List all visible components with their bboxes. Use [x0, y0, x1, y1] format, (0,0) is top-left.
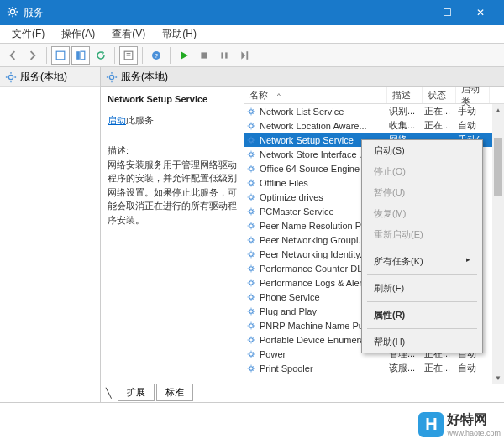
context-menu-item[interactable]: 启动(S) [362, 140, 482, 161]
svg-point-0 [10, 9, 14, 13]
svg-point-15 [249, 109, 254, 113]
cell-startup: 自动 [456, 362, 490, 374]
col-startup[interactable]: 启动类 [456, 87, 490, 103]
gear-icon [244, 221, 258, 231]
svg-point-25 [249, 252, 254, 256]
window-titlebar: 服务 ─ ☐ ✕ [0, 0, 504, 25]
cell-status: 正在... [423, 362, 456, 374]
bottom-tabs: ╲ 扩展 标准 [101, 384, 504, 402]
watermark-url: www.haote.com [447, 429, 501, 437]
col-name[interactable]: 名称^ [244, 87, 387, 103]
cell-startup: 手动 [456, 105, 490, 118]
description-text: 网络安装服务用于管理网络驱动程序的安装，并允许配置低级别网络设置。如果停止此服务… [108, 158, 237, 227]
menu-help[interactable]: 帮助(H) [154, 25, 205, 43]
maximize-button[interactable]: ☐ [430, 0, 464, 25]
pause-service-button[interactable] [215, 46, 234, 65]
menu-action[interactable]: 操作(A) [53, 25, 103, 43]
cell-desc: 收集... [387, 119, 423, 132]
gear-icon [244, 278, 258, 288]
context-menu-item: 暂停(U) [362, 182, 482, 203]
left-header-label: 服务(本地) [20, 70, 67, 84]
description-label: 描述: [108, 144, 237, 158]
start-service-link[interactable]: 启动 [108, 115, 126, 125]
menu-separator [367, 274, 477, 275]
tab-standard[interactable]: 标准 [156, 384, 193, 401]
gear-icon [5, 71, 17, 83]
service-row[interactable]: Network List Service识别...正在...手动 [244, 104, 504, 118]
gear-icon [244, 321, 258, 331]
help-button[interactable]: ? [147, 46, 165, 65]
cell-name: Network Location Aware... [258, 121, 387, 131]
cell-status: 正在... [423, 119, 456, 132]
context-menu-item: 停止(O) [362, 161, 482, 182]
scroll-down-icon[interactable]: ▼ [492, 372, 504, 384]
service-row[interactable]: Network Location Aware...收集...正在...自动 [244, 118, 504, 133]
scroll-thumb[interactable] [494, 138, 502, 196]
svg-point-18 [249, 152, 254, 156]
vertical-scrollbar[interactable]: ▲ ▼ [492, 104, 504, 384]
watermark-text: 好特网 [447, 412, 487, 426]
gear-icon [244, 178, 258, 188]
svg-point-20 [249, 180, 254, 185]
gear-icon [244, 149, 258, 159]
svg-point-30 [249, 323, 254, 327]
svg-rect-12 [246, 51, 248, 60]
forward-button[interactable] [24, 46, 42, 65]
toolbar-btn-1[interactable] [51, 46, 70, 65]
col-desc[interactable]: 描述 [387, 87, 423, 103]
right-header-label: 服务(本地) [121, 70, 168, 84]
close-button[interactable]: ✕ [464, 0, 497, 25]
gear-icon [244, 121, 258, 131]
minimize-button[interactable]: ─ [396, 0, 430, 25]
watermark: H 好特网 www.haote.com [418, 411, 501, 437]
window-title: 服务 [24, 6, 44, 20]
svg-rect-11 [225, 52, 227, 58]
service-info-panel: Network Setup Service 启动此服务 描述: 网络安装服务用于… [101, 87, 244, 384]
gear-icon [244, 264, 258, 274]
gear-icon [244, 192, 258, 202]
tab-extended[interactable]: 扩展 [118, 384, 155, 401]
menu-separator [367, 248, 477, 248]
refresh-button[interactable] [92, 46, 110, 65]
menu-file[interactable]: 文件(F) [3, 25, 53, 43]
toolbar: ? [0, 44, 504, 67]
svg-point-29 [249, 309, 254, 313]
back-button[interactable] [3, 46, 22, 65]
col-status[interactable]: 状态 [423, 87, 456, 103]
list-header: 名称^ 描述 状态 启动类 [244, 87, 504, 104]
svg-point-28 [249, 295, 254, 299]
context-menu-item[interactable]: 帮助(H) [362, 332, 482, 353]
left-tree-header[interactable]: 服务(本地) [0, 67, 100, 87]
menu-separator [367, 328, 477, 329]
context-menu-item[interactable]: 属性(R) [362, 305, 482, 326]
start-suffix: 此服务 [126, 115, 154, 125]
menu-view[interactable]: 查看(V) [103, 25, 154, 43]
scroll-up-icon[interactable]: ▲ [492, 104, 504, 116]
start-service-button[interactable] [175, 46, 193, 65]
properties-button[interactable] [119, 46, 138, 65]
left-tree-pane: 服务(本地) [0, 67, 101, 402]
service-row[interactable]: Print Spooler该服...正在...自动 [244, 361, 504, 375]
toolbar-btn-2[interactable] [71, 46, 90, 65]
context-menu-item[interactable]: 所有任务(K) [362, 251, 482, 272]
gear-icon [244, 107, 258, 117]
cell-status: 正在... [423, 105, 456, 118]
context-menu-item[interactable]: 刷新(F) [362, 278, 482, 299]
main-body: 服务(本地) 服务(本地) Network Setup Service 启动此服… [0, 67, 504, 403]
gear-icon [244, 249, 258, 259]
service-name-title: Network Setup Service [108, 92, 237, 107]
svg-rect-9 [201, 52, 207, 58]
gear-icon [244, 164, 258, 174]
cell-desc: 识别... [387, 105, 423, 118]
svg-point-13 [8, 75, 13, 79]
right-pane: 服务(本地) Network Setup Service 启动此服务 描述: 网… [101, 67, 504, 402]
cell-name: Network List Service [258, 107, 387, 117]
svg-point-27 [249, 280, 254, 285]
gear-icon [244, 349, 258, 359]
gear-icon [244, 135, 258, 145]
svg-rect-10 [221, 52, 223, 58]
stop-service-button[interactable] [195, 46, 213, 65]
svg-point-32 [249, 352, 254, 356]
restart-service-button[interactable] [235, 46, 254, 65]
context-menu-item: 重新启动(E) [362, 224, 482, 245]
